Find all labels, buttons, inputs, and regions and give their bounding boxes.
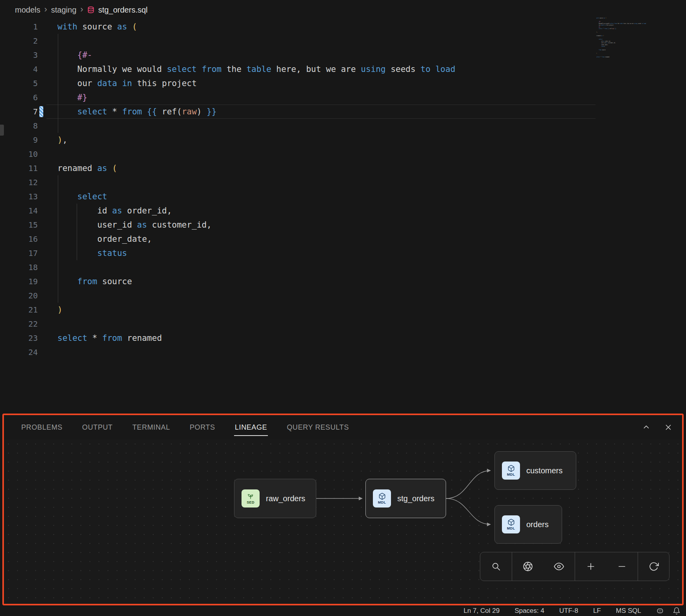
bottom-panel: PROBLEMS OUTPUT TERMINAL PORTS LINEAGE Q… — [2, 414, 684, 605]
refresh-icon[interactable] — [638, 552, 669, 581]
chevron-right-icon: › — [44, 5, 47, 14]
line-number: 14 — [0, 204, 38, 218]
tab-query-results[interactable]: QUERY RESULTS — [287, 423, 349, 432]
bell-icon[interactable] — [673, 607, 680, 615]
code-line[interactable]: select * from renamed — [57, 331, 607, 345]
breadcrumb-filename[interactable]: stg_orders.sql — [98, 6, 148, 15]
code-line[interactable]: status — [57, 246, 607, 260]
code-line[interactable]: with source as ( — [57, 20, 607, 34]
line-number: 12 — [0, 175, 38, 189]
breadcrumb-staging[interactable]: staging — [51, 6, 77, 15]
zoom-out-icon[interactable] — [606, 552, 638, 581]
code-line[interactable]: our data in this project — [57, 76, 607, 90]
line-number: 17 — [0, 246, 38, 260]
node-label: customers — [526, 466, 562, 475]
line-number: 6 — [0, 90, 38, 105]
code-line[interactable]: id as order_id, — [57, 204, 607, 218]
status-icons — [656, 607, 680, 615]
lineage-node-stg-orders[interactable]: MDL stg_orders — [365, 479, 446, 518]
code-line[interactable]: #} — [57, 90, 607, 105]
node-badge: MDL — [378, 500, 386, 504]
eye-icon[interactable] — [543, 552, 575, 581]
code-line[interactable]: select * from {{ ref(raw) }} — [57, 105, 607, 119]
indentation-setting[interactable]: Spaces: 4 — [514, 607, 544, 615]
code-line[interactable]: order_date, — [57, 232, 607, 246]
lineage-node-customers[interactable]: MDL customers — [494, 451, 576, 490]
code-line[interactable] — [57, 175, 607, 189]
line7-gutter-decoration — [39, 106, 43, 117]
vscode-window: models › staging › stg_orders.sql 123456… — [0, 0, 686, 616]
line-number: 18 — [0, 260, 38, 274]
seed-icon: SED — [242, 489, 260, 508]
model-cube-icon: MDL — [373, 489, 391, 508]
tab-problems[interactable]: PROBLEMS — [21, 423, 63, 432]
activity-bar-indicator — [0, 125, 4, 136]
panel-maximize-button[interactable] — [642, 423, 651, 432]
line-number: 5 — [0, 76, 38, 90]
code-content[interactable]: with source as ( {#- Normally we would s… — [57, 20, 607, 359]
model-cube-icon: MDL — [502, 515, 520, 533]
language-mode[interactable]: MS SQL — [616, 607, 641, 615]
copilot-icon[interactable] — [656, 607, 664, 615]
line-number: 20 — [0, 289, 38, 303]
model-cube-icon: MDL — [502, 462, 520, 480]
node-badge: MDL — [507, 526, 515, 530]
code-line[interactable]: ) — [57, 303, 607, 317]
breadcrumb-models[interactable]: models — [15, 6, 40, 15]
code-line[interactable]: from source — [57, 274, 607, 289]
code-line[interactable]: ), — [57, 133, 607, 147]
line-number: 19 — [0, 274, 38, 289]
eol-setting[interactable]: LF — [593, 607, 601, 615]
cursor-position[interactable]: Ln 7, Col 29 — [463, 607, 500, 615]
tab-ports[interactable]: PORTS — [190, 423, 215, 432]
node-badge: SED — [247, 500, 254, 504]
code-line[interactable]: Normally we would select from the table … — [57, 62, 607, 76]
line-number: 22 — [0, 317, 38, 331]
code-line[interactable] — [57, 345, 607, 359]
panel-close-button[interactable] — [664, 423, 673, 432]
status-bar: Ln 7, Col 29 Spaces: 4 UTF-8 LF MS SQL — [0, 605, 686, 616]
zoom-in-icon[interactable] — [575, 552, 606, 581]
line-number: 8 — [0, 119, 38, 133]
node-label: raw_orders — [266, 494, 305, 503]
code-line[interactable] — [57, 119, 607, 133]
search-icon[interactable] — [480, 552, 512, 581]
code-line[interactable] — [57, 260, 607, 274]
line-number: 13 — [0, 189, 38, 204]
database-icon — [87, 6, 94, 13]
code-line[interactable] — [57, 147, 607, 161]
line-number: 16 — [0, 232, 38, 246]
lineage-toolbar — [480, 552, 669, 581]
tab-terminal[interactable]: TERMINAL — [132, 423, 170, 432]
tab-output[interactable]: OUTPUT — [82, 423, 113, 432]
code-line[interactable]: user_id as customer_id, — [57, 218, 607, 232]
panel-actions — [642, 423, 673, 432]
line-number: 23 — [0, 331, 38, 345]
code-editor[interactable]: 123456789101112131415161718192021222324 … — [0, 20, 686, 414]
lineage-node-orders[interactable]: MDL orders — [494, 505, 562, 544]
node-label: stg_orders — [397, 494, 435, 503]
line-number: 9 — [0, 133, 38, 147]
chevron-right-icon: › — [80, 5, 83, 14]
line-number: 2 — [0, 34, 38, 48]
line-number: 24 — [0, 345, 38, 359]
line-number: 1 — [0, 20, 38, 34]
code-line[interactable]: renamed as ( — [57, 161, 607, 175]
minimap[interactable]: with source as ( {#- Normally we would s… — [596, 17, 663, 64]
lineage-canvas[interactable]: SED raw_orders MDL stg_orders — [4, 439, 682, 604]
minimap-line — [596, 58, 660, 60]
line-number: 10 — [0, 147, 38, 161]
encoding-setting[interactable]: UTF-8 — [559, 607, 578, 615]
code-line[interactable]: select — [57, 189, 607, 204]
aperture-icon[interactable] — [512, 552, 543, 581]
code-line[interactable]: {#- — [57, 48, 607, 62]
line-number: 7 — [0, 105, 38, 119]
line-number: 11 — [0, 161, 38, 175]
tab-lineage[interactable]: LINEAGE — [235, 423, 267, 432]
lineage-node-raw-orders[interactable]: SED raw_orders — [234, 479, 316, 518]
code-line[interactable] — [57, 317, 607, 331]
code-line[interactable] — [57, 289, 607, 303]
code-line[interactable] — [57, 34, 607, 48]
panel-tab-bar: PROBLEMS OUTPUT TERMINAL PORTS LINEAGE Q… — [4, 415, 682, 439]
line-number: 3 — [0, 48, 38, 62]
